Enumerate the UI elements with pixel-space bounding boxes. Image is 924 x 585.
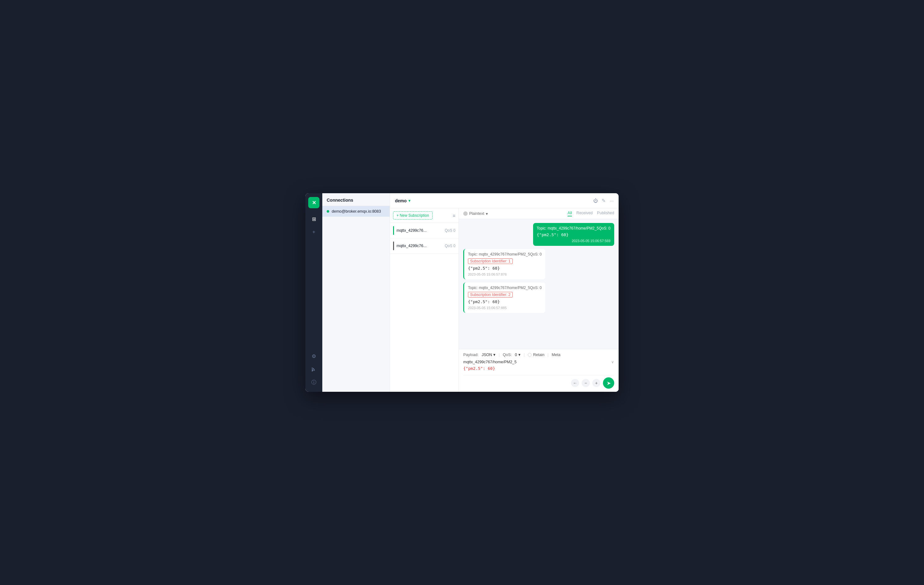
connections-title: Connections: [322, 193, 389, 206]
connection-item[interactable]: demo@broker.emqx.io:8083: [322, 206, 389, 217]
received-header-1: Topic: mqttx_4299c767/home/PM2_5 QoS: 0: [468, 252, 541, 257]
power-icon[interactable]: ⏻: [593, 198, 598, 203]
app-logo[interactable]: ✕: [308, 197, 320, 208]
subscription-item-1[interactable]: mqttx_4299c76... QoS 0: [390, 223, 459, 238]
subscription-color-bar-2: [393, 241, 394, 250]
sent-topic: Topic: mqttx_4299c767/home/PM2_5: [537, 226, 599, 231]
sent-message-body: {"pm2.5": 60}: [537, 232, 610, 237]
received-body-1: {"pm2.5": 60}: [468, 266, 541, 270]
svg-point-0: [312, 370, 313, 371]
retain-radio-icon: [528, 353, 531, 357]
received-message-2: Topic: mqttx_4299c767/home/PM2_5 QoS: 0 …: [463, 282, 545, 313]
sent-message-1: Topic: mqttx_4299c767/home/PM2_5 QoS: 0 …: [533, 223, 614, 246]
payload-format-value: JSON: [482, 353, 492, 357]
messages-area: Plaintext ▾ All Received Published Topic…: [459, 208, 619, 392]
sidebar-item-settings[interactable]: ⚙: [308, 351, 320, 362]
qos-value: 0: [515, 353, 517, 357]
composer-topic-row: mqttx_4299c767/home/PM2_5 ∨: [463, 359, 614, 364]
back-button[interactable]: ←: [571, 379, 579, 387]
plaintext-chevron-icon: ▾: [486, 211, 488, 216]
received-header-2: Topic: mqttx_4299c767/home/PM2_5 QoS: 0: [468, 286, 541, 290]
minus-button[interactable]: −: [582, 379, 590, 387]
divider-2: |: [524, 353, 525, 357]
subscription-identifier-badge-1: Subscription Identifier: 1: [468, 259, 513, 264]
new-subscription-button[interactable]: + New Subscription: [393, 211, 432, 219]
subscription-qos-1: QoS 0: [445, 228, 455, 233]
sent-message-header: Topic: mqttx_4299c767/home/PM2_5 QoS: 0: [537, 226, 610, 231]
retain-label: Retain: [533, 353, 544, 357]
messages-list: Topic: mqttx_4299c767/home/PM2_5 QoS: 0 …: [459, 219, 619, 349]
composer-actions: ← − + ➤: [463, 377, 614, 389]
more-icon[interactable]: ···: [609, 198, 614, 203]
filter-tab-received[interactable]: Received: [576, 211, 592, 216]
sidebar-nav: ✕ ⊞ + ⚙ ⓘ: [305, 193, 322, 392]
plus-button[interactable]: +: [592, 379, 601, 387]
subscription-identifier-badge-2: Subscription Identifier: 2: [468, 292, 513, 298]
qos-chevron-icon: ▾: [518, 352, 521, 357]
sidebar-item-feed[interactable]: [308, 364, 320, 375]
composer-options: Payload: JSON ▾ | QoS: 0 ▾ |: [463, 352, 614, 357]
sent-qos: QoS: 0: [599, 226, 610, 231]
filter-tab-published[interactable]: Published: [597, 211, 614, 216]
top-bar-actions: ⏻ ✎ ···: [593, 198, 614, 204]
qos-select[interactable]: 0 ▾: [515, 352, 521, 357]
subscription-name-1: mqttx_4299c76...: [396, 228, 443, 233]
filter-icon[interactable]: ≡: [453, 213, 455, 218]
connection-title: demo ▾: [395, 198, 410, 203]
qos-label: QoS:: [503, 353, 512, 357]
content-split: + New Subscription ≡ mqttx_4299c76... Qo…: [390, 208, 619, 392]
received-body-2: {"pm2.5": 60}: [468, 299, 541, 304]
sidebar-item-add[interactable]: +: [308, 226, 320, 238]
message-composer: Payload: JSON ▾ | QoS: 0 ▾ |: [459, 349, 619, 392]
sent-message-time: 2023-05-05 15:06:57:569: [537, 239, 610, 243]
plaintext-selector[interactable]: Plaintext ▾: [463, 211, 488, 216]
payload-format-chevron-icon: ▾: [493, 352, 495, 357]
composer-topic-value[interactable]: mqttx_4299c767/home/PM2_5: [463, 360, 516, 364]
connection-name: demo@broker.emqx.io:8083: [332, 209, 381, 214]
subscription-item-2[interactable]: mqttx_4299c76... QoS 0: [390, 238, 459, 254]
expand-icon[interactable]: ∨: [611, 359, 614, 364]
edit-icon[interactable]: ✎: [602, 198, 606, 204]
messages-toolbar: Plaintext ▾ All Received Published: [459, 208, 619, 219]
plaintext-icon: [463, 211, 468, 216]
sidebar-item-info[interactable]: ⓘ: [308, 377, 320, 388]
composer-body[interactable]: {"pm2.5": 60}: [463, 366, 614, 376]
filter-tab-all[interactable]: All: [568, 211, 572, 216]
subscriptions-panel: + New Subscription ≡ mqttx_4299c76... Qo…: [390, 208, 459, 392]
received-qos-2: QoS: 0: [530, 286, 541, 290]
received-topic-1: Topic: mqttx_4299c767/home/PM2_5: [468, 252, 530, 257]
payload-format-select[interactable]: JSON ▾: [482, 352, 495, 357]
connections-panel: Connections demo@broker.emqx.io:8083: [322, 193, 390, 392]
subscriptions-header: + New Subscription ≡: [390, 208, 459, 223]
subscription-name-2: mqttx_4299c76...: [396, 244, 443, 248]
chevron-down-icon[interactable]: ▾: [408, 199, 410, 203]
divider-3: |: [548, 353, 548, 357]
retain-button[interactable]: Retain: [528, 353, 544, 357]
divider-1: |: [499, 353, 500, 357]
main-area: demo ▾ ⏻ ✎ ··· + New Subscription ≡ mqtt…: [390, 193, 619, 392]
connection-status-dot: [327, 210, 329, 213]
received-time-1: 2023-05-05 15:06:57:876: [468, 272, 541, 276]
received-time-2: 2023-05-05 15:06:57:885: [468, 306, 541, 310]
received-qos-1: QoS: 0: [530, 252, 541, 257]
top-bar: demo ▾ ⏻ ✎ ···: [390, 193, 619, 208]
meta-button[interactable]: Meta: [551, 353, 560, 357]
received-topic-2: Topic: mqttx_4299c767/home/PM2_5: [468, 286, 530, 290]
send-button[interactable]: ➤: [603, 377, 614, 389]
plaintext-label: Plaintext: [469, 211, 484, 216]
payload-label: Payload:: [463, 353, 478, 357]
connection-title-text: demo: [395, 198, 407, 203]
subscription-color-bar-1: [393, 226, 394, 235]
sidebar-item-connections[interactable]: ⊞: [308, 213, 320, 224]
subscription-qos-2: QoS 0: [445, 244, 455, 248]
received-message-1: Topic: mqttx_4299c767/home/PM2_5 QoS: 0 …: [463, 249, 545, 279]
message-filter-tabs: All Received Published: [568, 211, 614, 216]
